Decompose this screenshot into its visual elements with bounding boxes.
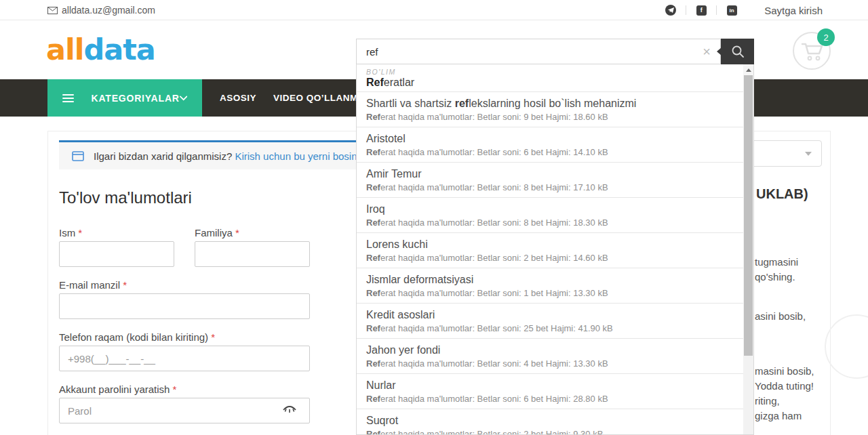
- search-section-row[interactable]: BO'LIM Referatlar: [357, 64, 743, 92]
- result-title: Jahon yer fondi: [366, 344, 734, 357]
- result-meta: Referat haqida ma'lumotlar: Betlar soni:…: [366, 147, 734, 158]
- ism-input[interactable]: [59, 241, 174, 267]
- decorative-circle: [825, 314, 868, 379]
- result-title: Nurlar: [366, 379, 734, 392]
- result-title: Iroq: [366, 203, 734, 216]
- result-title: Kredit asoslari: [366, 308, 734, 322]
- alert-login-link[interactable]: Kirish uchun bu yerni bosing: [235, 150, 362, 162]
- logo-part-orange: all: [46, 33, 84, 66]
- section-value: Referatlar: [366, 76, 734, 89]
- instruction-fragment: asini bosib,: [755, 310, 806, 322]
- telegram-icon[interactable]: [665, 5, 676, 16]
- result-title: Shartli va shartsiz reflekslarning hosil…: [366, 97, 734, 110]
- search-result-row[interactable]: Suqrot Referat haqida ma'lumotlar: Betla…: [357, 409, 743, 435]
- instruction-fragment: tugmasini: [755, 256, 798, 268]
- divider: [716, 5, 717, 15]
- password-eye-icon[interactable]: [283, 405, 296, 415]
- search-results: BO'LIM Referatlar Shartli va shartsiz re…: [357, 64, 743, 435]
- contact-email[interactable]: alldata.uz@gmail.com: [47, 0, 155, 20]
- instruction-fragment: gizga ham: [755, 410, 802, 421]
- result-title: Amir Temur: [366, 167, 734, 181]
- search-dropdown: BO'LIM Referatlar Shartli va shartsiz re…: [356, 64, 754, 435]
- result-meta: Referat haqida ma'lumotlar: Betlar soni:…: [366, 429, 734, 435]
- result-title: Suqrot: [366, 414, 734, 428]
- site-logo[interactable]: alldata: [46, 33, 155, 66]
- site-login-link[interactable]: Saytga kirish: [764, 5, 823, 16]
- instruction-fragment: Yodda tuting!: [755, 380, 814, 392]
- search-result-row[interactable]: Jahon yer fondi Referat haqida ma'lumotl…: [357, 339, 743, 374]
- familiya-label: Familiya *: [195, 227, 239, 239]
- result-title: Aristotel: [366, 132, 734, 146]
- result-meta: Referat haqida ma'lumotlar: Betlar soni:…: [366, 218, 734, 228]
- result-title: Jismlar deformatsiyasi: [366, 273, 734, 287]
- telefon-label: Telefon raqam (kodi bilan kiriting) *: [59, 331, 215, 343]
- cart-count-badge: 2: [817, 28, 835, 46]
- ism-label: Ism *: [59, 227, 82, 239]
- search-result-row[interactable]: Aristotel Referat haqida ma'lumotlar: Be…: [357, 127, 743, 163]
- result-meta: Referat haqida ma'lumotlar: Betlar soni:…: [366, 358, 734, 369]
- search-result-row[interactable]: Iroq Referat haqida ma'lumotlar: Betlar …: [357, 198, 743, 233]
- search-overlay: × BO'LIM Referatlar Shartli va shartsiz …: [356, 39, 754, 435]
- password-input[interactable]: [59, 398, 310, 423]
- result-meta: Referat haqida ma'lumotlar: Betlar soni:…: [366, 394, 734, 405]
- clear-search-icon[interactable]: ×: [699, 44, 714, 59]
- result-meta: Referat haqida ma'lumotlar: Betlar soni:…: [366, 253, 734, 264]
- top-bar: alldata.uz@gmail.com f in Saytga kirish: [0, 0, 868, 20]
- search-bar: ×: [356, 39, 754, 64]
- topbar-right: f in Saytga kirish: [665, 0, 823, 20]
- payment-title: To'lov ma'lumotlari: [59, 188, 192, 207]
- email-text: alldata.uz@gmail.com: [62, 5, 155, 16]
- section-label: BO'LIM: [366, 68, 734, 76]
- instruction-fragment: qo'shing.: [755, 271, 795, 283]
- page: alldata.uz@gmail.com f in Saytga kirish …: [0, 0, 868, 435]
- cart-button[interactable]: 2: [793, 32, 831, 70]
- dropdown-scrollbar[interactable]: [743, 64, 753, 435]
- result-meta: Referat haqida ma'lumotlar: Betlar soni:…: [366, 288, 734, 299]
- email-label: E-mail manzil *: [59, 279, 127, 291]
- phone-input[interactable]: [59, 346, 310, 371]
- logo-part-blue: data: [84, 33, 155, 66]
- search-button[interactable]: [721, 39, 754, 64]
- scrollbar-thumb[interactable]: [744, 75, 753, 356]
- familiya-input[interactable]: [195, 241, 310, 267]
- chevron-down-icon: [180, 96, 187, 101]
- envelope-icon: [47, 7, 58, 14]
- search-input[interactable]: [356, 39, 721, 64]
- search-result-row[interactable]: Amir Temur Referat haqida ma'lumotlar: B…: [357, 163, 743, 198]
- email-field[interactable]: [59, 293, 310, 319]
- result-meta: Referat haqida ma'lumotlar: Betlar soni:…: [366, 182, 734, 193]
- chevron-down-icon: [805, 152, 812, 156]
- alert-text: Ilgari bizdan xarid qilganmisiz? Kirish …: [94, 150, 363, 162]
- download-heading-fragment: UKLAB): [756, 186, 808, 202]
- magnifier-icon: [731, 45, 745, 58]
- search-result-row[interactable]: Shartli va shartsiz reflekslarning hosil…: [357, 92, 743, 127]
- facebook-icon[interactable]: f: [696, 5, 707, 16]
- instruction-fragment: masini bosib,: [755, 365, 814, 377]
- window-icon: [72, 151, 84, 161]
- nav-item-video-qollanma[interactable]: VIDEO QO’LLANMA: [273, 79, 365, 117]
- scroll-up-button[interactable]: [743, 64, 753, 75]
- search-result-row[interactable]: Lorens kuchi Referat haqida ma'lumotlar:…: [357, 233, 743, 268]
- search-result-row[interactable]: Kredit asoslari Referat haqida ma'lumotl…: [357, 304, 743, 339]
- result-title: Lorens kuchi: [366, 238, 734, 251]
- nav-item-asosiy[interactable]: ASOSIY: [220, 79, 256, 117]
- result-meta: Referat haqida ma'lumotlar: Betlar soni:…: [366, 323, 734, 334]
- categories-label: KATEGORIYALAR: [92, 93, 180, 104]
- linkedin-icon[interactable]: in: [726, 5, 737, 16]
- divider: [686, 5, 686, 15]
- result-meta: Referat haqida ma'lumotlar: Betlar soni:…: [366, 112, 734, 123]
- parol-label: Akkaunt parolini yaratish *: [59, 384, 176, 395]
- instruction-fragment: riting,: [755, 395, 780, 407]
- hamburger-icon: [62, 94, 74, 102]
- search-result-row[interactable]: Nurlar Referat haqida ma'lumotlar: Betla…: [357, 374, 743, 409]
- search-result-row[interactable]: Jismlar deformatsiyasi Referat haqida ma…: [357, 268, 743, 304]
- categories-button[interactable]: KATEGORIYALAR: [47, 79, 202, 117]
